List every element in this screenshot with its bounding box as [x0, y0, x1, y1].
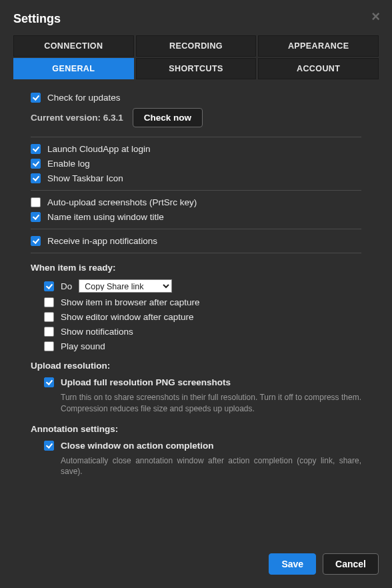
- launch-login-row: Launch CloudApp at login: [31, 144, 361, 154]
- general-panel: Check for updates Current version: 6.3.1…: [13, 93, 379, 477]
- show-browser-row: Show item in browser after capture: [31, 297, 361, 307]
- close-window-desc: Automatically close annotation window af…: [61, 455, 361, 478]
- tab-connection[interactable]: CONNECTION: [13, 35, 134, 57]
- tab-recording[interactable]: RECORDING: [136, 35, 257, 57]
- check-updates-row: Check for updates: [31, 93, 361, 103]
- show-browser-checkbox[interactable]: [44, 297, 54, 307]
- dialog-title: Settings: [13, 12, 379, 26]
- check-updates-label: Check for updates: [47, 93, 121, 103]
- tab-account[interactable]: ACCOUNT: [258, 58, 379, 79]
- show-taskbar-row: Show Taskbar Icon: [31, 173, 361, 183]
- tab-general[interactable]: GENERAL: [13, 58, 134, 79]
- show-browser-label: Show item in browser after capture: [61, 297, 200, 307]
- show-editor-checkbox[interactable]: [44, 312, 54, 322]
- check-updates-checkbox[interactable]: [31, 93, 41, 103]
- tabs-row-2: GENERAL SHORTCUTS ACCOUNT: [13, 58, 379, 79]
- do-row: Do Copy Share link: [31, 279, 361, 293]
- cancel-button[interactable]: Cancel: [323, 553, 379, 575]
- enable-log-label: Enable log: [47, 159, 90, 169]
- play-sound-checkbox[interactable]: [44, 341, 54, 351]
- close-icon[interactable]: ×: [371, 9, 380, 24]
- name-item-label: Name item using window title: [47, 212, 164, 222]
- show-notif-row: Show notifications: [31, 327, 361, 337]
- tab-appearance[interactable]: APPEARANCE: [258, 35, 379, 57]
- do-select[interactable]: Copy Share link: [79, 279, 172, 293]
- upload-full-row: Upload full resolution PNG screenshots: [31, 377, 361, 387]
- auto-upload-checkbox[interactable]: [31, 197, 41, 207]
- save-button[interactable]: Save: [269, 553, 316, 575]
- upload-full-checkbox[interactable]: [44, 377, 54, 387]
- version-row: Current version: 6.3.1 Check now: [31, 108, 361, 127]
- upload-full-desc: Turn this on to share screenshots in the…: [61, 392, 361, 415]
- show-taskbar-checkbox[interactable]: [31, 173, 41, 183]
- play-sound-label: Play sound: [61, 341, 105, 351]
- show-notif-checkbox[interactable]: [44, 327, 54, 337]
- divider: [31, 229, 361, 229]
- upload-res-label: Upload resolution:: [31, 361, 361, 371]
- auto-upload-row: Auto-upload screenshots (PrtSrc key): [31, 197, 361, 207]
- do-checkbox[interactable]: [44, 281, 54, 291]
- check-now-button[interactable]: Check now: [133, 108, 203, 127]
- close-window-label: Close window on action completion: [61, 441, 214, 451]
- do-label: Do: [61, 281, 72, 291]
- annotation-label: Annotation settings:: [31, 424, 361, 434]
- notifications-label: Receive in-app notifications: [47, 236, 157, 246]
- divider: [31, 137, 361, 137]
- upload-full-label: Upload full resolution PNG screenshots: [61, 377, 231, 387]
- divider: [31, 253, 361, 253]
- enable-log-checkbox[interactable]: [31, 159, 41, 169]
- dialog-footer: Save Cancel: [269, 553, 379, 575]
- name-item-checkbox[interactable]: [31, 212, 41, 222]
- auto-upload-label: Auto-upload screenshots (PrtSrc key): [47, 197, 197, 207]
- name-item-row: Name item using window title: [31, 212, 361, 222]
- launch-login-label: Launch CloudApp at login: [47, 144, 151, 154]
- launch-login-checkbox[interactable]: [31, 144, 41, 154]
- divider: [31, 190, 361, 191]
- settings-dialog: Settings × CONNECTION RECORDING APPEARAN…: [0, 0, 392, 588]
- play-sound-row: Play sound: [31, 341, 361, 351]
- show-editor-row: Show editor window after capture: [31, 312, 361, 322]
- show-taskbar-label: Show Taskbar Icon: [47, 173, 123, 183]
- tab-shortcuts[interactable]: SHORTCUTS: [136, 58, 257, 79]
- when-ready-label: When item is ready:: [31, 263, 361, 273]
- version-text: Current version: 6.3.1: [31, 113, 123, 123]
- show-editor-label: Show editor window after capture: [61, 312, 194, 322]
- close-window-row: Close window on action completion: [31, 441, 361, 451]
- close-window-checkbox[interactable]: [44, 441, 54, 451]
- tabs-row-1: CONNECTION RECORDING APPEARANCE: [13, 35, 379, 57]
- enable-log-row: Enable log: [31, 159, 361, 169]
- notifications-row: Receive in-app notifications: [31, 236, 361, 246]
- show-notif-label: Show notifications: [61, 327, 133, 337]
- notifications-checkbox[interactable]: [31, 236, 41, 246]
